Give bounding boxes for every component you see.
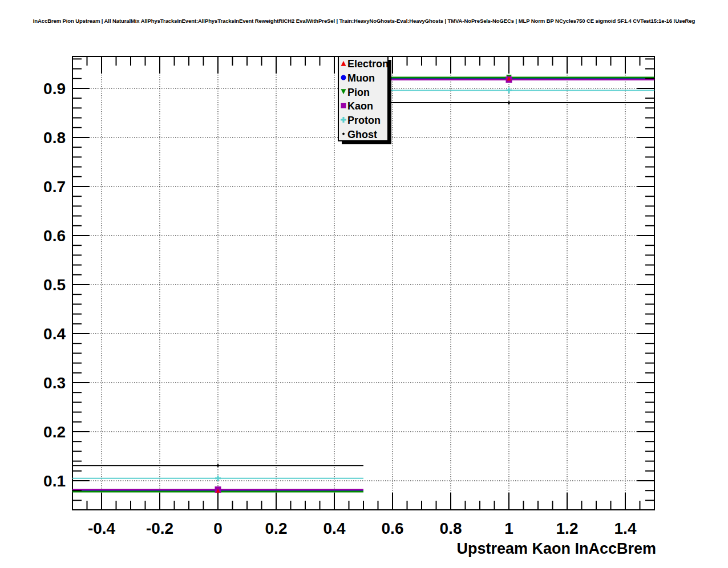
- legend: ElectronMuonPionKaonProtonGhost: [338, 56, 391, 144]
- legend-label-kaon: Kaon: [347, 100, 373, 112]
- x-tick-label: 0.2: [265, 520, 288, 537]
- legend-label-muon: Muon: [347, 72, 375, 84]
- y-tick-label: 0.7: [43, 178, 66, 196]
- y-tick-label: 0.8: [43, 129, 66, 147]
- legend-label-proton: Proton: [347, 115, 381, 126]
- y-tick-label: 0.3: [43, 374, 66, 392]
- root-canvas: 0.10.20.30.40.50.60.70.80.9-0.4-0.200.20…: [0, 0, 728, 568]
- legend-marker-kaon: [341, 103, 346, 108]
- x-tick-label: -0.2: [146, 520, 173, 537]
- legend-label-pion: Pion: [347, 87, 370, 98]
- series-marker-proton: [215, 476, 221, 481]
- x-axis-title: Upstream Kaon InAccBrem: [456, 540, 656, 557]
- x-tick-label: 0.8: [440, 520, 462, 537]
- y-tick-label: 0.9: [43, 80, 66, 98]
- y-tick-label: 0.6: [43, 227, 66, 245]
- plot-title: InAccBrem Pion Upstream | All NaturalMix…: [0, 18, 728, 24]
- axis-tick-labels: 0.10.20.30.40.50.60.70.80.9-0.4-0.200.20…: [43, 80, 637, 537]
- x-tick-label: 1: [504, 520, 513, 537]
- legend-label-electron: Electron: [347, 58, 389, 70]
- y-tick-label: 0.4: [43, 325, 66, 343]
- y-tick-label: 0.5: [43, 276, 66, 294]
- x-tick-label: 1.4: [614, 520, 637, 537]
- legend-marker-muon: [341, 75, 346, 80]
- x-tick-label: 0.6: [382, 520, 404, 537]
- x-tick-label: 0: [213, 520, 223, 537]
- y-tick-label: 0.1: [43, 472, 66, 490]
- x-tick-label: 0.4: [323, 520, 346, 537]
- legend-label-ghost: Ghost: [347, 129, 377, 140]
- series-marker-ghost: [216, 464, 220, 467]
- series-marker-ghost: [507, 101, 511, 104]
- x-tick-label: -0.4: [88, 520, 116, 537]
- x-tick-label: 1.2: [556, 520, 579, 537]
- y-tick-label: 0.2: [43, 423, 66, 441]
- chart: 0.10.20.30.40.50.60.70.80.9-0.4-0.200.20…: [0, 0, 728, 568]
